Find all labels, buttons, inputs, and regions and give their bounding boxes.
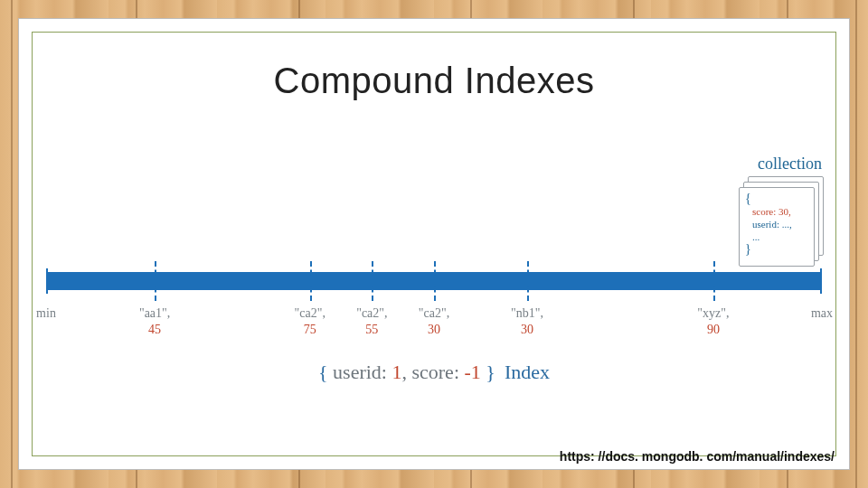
tick-score: 45 xyxy=(148,323,161,337)
tick-score: 30 xyxy=(428,323,440,337)
index-word: Index xyxy=(505,361,550,383)
index-diagram: collection { score: 30, userid: ..., ...… xyxy=(46,164,822,399)
index-tick xyxy=(527,261,529,301)
axis-max-label: max xyxy=(811,306,833,321)
slide-title: Compound Indexes xyxy=(19,61,849,101)
doc-ellipsis: ... xyxy=(752,231,760,242)
slide-card: Compound Indexes collection { score: 30,… xyxy=(18,18,850,470)
document-sample: { score: 30, userid: ..., ... } xyxy=(739,187,815,267)
collection-label: collection xyxy=(758,155,822,174)
doc-score-line: score: 30, xyxy=(752,206,791,217)
tick-userid: "nb1", xyxy=(511,306,543,321)
source-url: https: //docs. mongodb. com/manual/index… xyxy=(560,449,835,464)
index-tick xyxy=(372,261,373,301)
index-tick xyxy=(434,261,436,301)
tick-userid: "aa1", xyxy=(139,306,170,321)
document-stack-icon: { score: 30, userid: ..., ... } xyxy=(739,176,822,265)
tick-userid: "xyz", xyxy=(697,306,729,321)
tick-userid: "ca2", xyxy=(356,306,387,321)
axis-min-label: min xyxy=(36,306,56,321)
index-tick xyxy=(310,261,312,301)
doc-userid-line: userid: ..., xyxy=(752,219,792,230)
tick-score: 75 xyxy=(304,323,316,337)
index-tick xyxy=(713,261,715,301)
index-spec: { userid: 1, score: -1 }Index xyxy=(46,361,822,384)
tick-score: 30 xyxy=(521,323,533,337)
tick-score: 55 xyxy=(365,323,378,337)
index-tick xyxy=(155,261,156,301)
tick-userid: "ca2", xyxy=(295,306,326,321)
tick-userid: "ca2", xyxy=(419,306,449,321)
tick-score: 90 xyxy=(707,323,720,337)
